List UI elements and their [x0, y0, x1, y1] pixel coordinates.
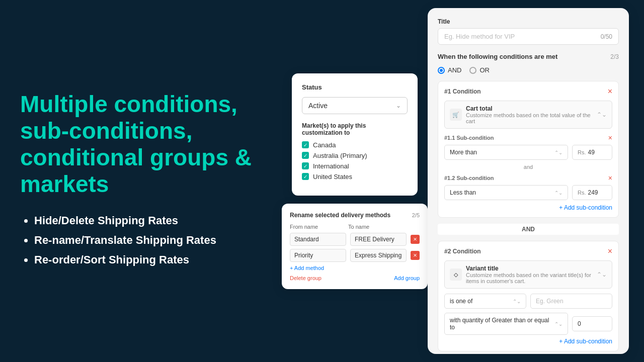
status-label: Status — [302, 83, 408, 91]
condition-2-header: #2 Condition × — [444, 247, 612, 255]
chevron-down-icon: ⌄ — [396, 102, 401, 109]
condition-1-info: Cart total Customize methods based on th… — [466, 105, 593, 124]
variant-value-input[interactable]: Eg. Green — [530, 294, 612, 309]
bullet-list: Hide/Delete Shipping Rates Re-name/Trans… — [20, 212, 262, 271]
and-main-divider: AND — [438, 224, 619, 235]
variant-icon: ◇ — [450, 268, 462, 281]
condition-1-header: #1 Condition × — [444, 87, 612, 96]
and-label: AND — [448, 66, 461, 74]
sub-1-2-label: #1.2 Sub-condition — [444, 175, 494, 181]
sub-1-1-header: #1.1 Sub-condition × — [444, 134, 612, 142]
add-sub-condition-2-button[interactable]: + Add sub-condition — [559, 338, 612, 345]
to-input-1[interactable]: FREE Delivery — [350, 233, 407, 246]
from-input-2[interactable]: Priority — [290, 249, 346, 262]
quantity-value-input[interactable]: 0 — [572, 316, 612, 331]
condition-2-name: Variant title — [466, 265, 593, 272]
is-one-of-row: is one of ⌃⌄ Eg. Green — [444, 294, 612, 309]
title-input-row: Eg. Hide method for VIP 0/50 — [438, 28, 619, 45]
bullet-2: Re-name/Translate Shipping Rates — [34, 231, 262, 249]
condition-2-delete-button[interactable]: × — [608, 247, 612, 255]
quantity-number: 0 — [578, 320, 581, 327]
title-input[interactable]: Eg. Hide method for VIP — [444, 33, 515, 40]
status-card: Status Active ⌄ Market(s) to apply this … — [292, 73, 418, 196]
sub-1-1-row: More than ⌃⌄ Rs. 49 — [444, 145, 612, 160]
sub-1-2-number: 249 — [588, 189, 598, 196]
condition-2-info: Variant title Customize methods based on… — [466, 265, 593, 284]
right-panel: Title Eg. Hide method for VIP 0/50 When … — [428, 8, 629, 354]
logic-radio-group: AND OR — [438, 66, 619, 74]
sub-condition-1-2: #1.2 Sub-condition × Less than ⌃⌄ Rs. 24… — [444, 174, 612, 200]
condition-2-chevron-icon: ⌃⌄ — [597, 271, 607, 278]
condition-1-desc: Customize methods based on the total val… — [466, 112, 593, 124]
market-name-canada: Canada — [313, 141, 336, 149]
with-quantity-value: with quantity of Greater than or equal t… — [450, 317, 552, 331]
conditions-title: When the following conditions are met — [438, 53, 557, 60]
variant-placeholder: Eg. Green — [536, 298, 564, 305]
title-section: Title Eg. Hide method for VIP 0/50 — [438, 18, 619, 45]
market-name-international: International — [313, 162, 349, 170]
markets-label: Market(s) to apply this customization to — [302, 122, 408, 136]
bullet-1: Hide/Delete Shipping Rates — [34, 212, 262, 229]
delete-group-link[interactable]: Delete group — [290, 275, 321, 281]
condition-2-number: #2 Condition — [444, 248, 481, 255]
to-input-2[interactable]: Express Shipping — [350, 249, 407, 262]
with-quantity-row: with quantity of Greater than or equal t… — [444, 313, 612, 335]
or-label: OR — [479, 66, 490, 74]
add-sub-condition-1-button[interactable]: + Add sub-condition — [559, 204, 612, 211]
market-canada: Canada — [302, 141, 408, 149]
market-international: International — [302, 162, 408, 170]
chevron-down-icon: ⌃⌄ — [554, 190, 562, 196]
condition-1-number: #1 Condition — [444, 88, 481, 95]
sub-1-1-delete-button[interactable]: × — [608, 134, 612, 142]
sub-1-2-value[interactable]: Rs. 249 — [572, 185, 612, 200]
with-quantity-select[interactable]: with quantity of Greater than or equal t… — [444, 313, 568, 335]
title-label: Title — [438, 18, 619, 25]
is-one-of-select[interactable]: is one of ⌃⌄ — [444, 294, 526, 309]
market-australia: Australia (Primary) — [302, 152, 408, 159]
chevron-down-icon: ⌃⌄ — [554, 321, 562, 327]
and-divider-inner: and — [444, 164, 612, 170]
rename-columns: From name To name — [290, 224, 420, 230]
market-checkbox-australia[interactable] — [302, 152, 309, 159]
and-radio[interactable]: AND — [438, 66, 461, 74]
market-checkbox-international[interactable] — [302, 162, 309, 169]
sub-1-1-number: 49 — [588, 149, 595, 156]
market-checkbox-us[interactable] — [302, 173, 309, 180]
rename-footer: Delete group Add group — [290, 275, 420, 281]
sub-1-2-operator[interactable]: Less than ⌃⌄ — [444, 185, 568, 200]
market-name-us: United States — [313, 173, 352, 180]
condition-1-name: Cart total — [466, 105, 593, 112]
market-checkbox-canada[interactable] — [302, 141, 309, 148]
condition-1-type-row[interactable]: 🛒 Cart total Customize methods based on … — [444, 101, 612, 129]
rename-card-title: Rename selected delivery methods — [290, 212, 390, 219]
status-dropdown[interactable]: Active ⌄ — [302, 97, 408, 114]
sub-1-1-operator[interactable]: More than ⌃⌄ — [444, 145, 568, 160]
add-group-link[interactable]: Add group — [394, 275, 420, 281]
add-method-link[interactable]: + Add method — [290, 265, 420, 271]
or-radio[interactable]: OR — [469, 66, 490, 74]
sub-1-1-value[interactable]: Rs. 49 — [572, 145, 612, 160]
chevron-down-icon: ⌃⌄ — [513, 299, 521, 304]
delete-row-2-button[interactable] — [411, 251, 420, 260]
rename-card: Rename selected delivery methods 2/5 Fro… — [282, 204, 428, 289]
from-input-1[interactable]: Standard — [290, 233, 346, 246]
condition-2-type-row[interactable]: ◇ Variant title Customize methods based … — [444, 260, 612, 289]
left-panel: Multiple conditions, sub-conditions, con… — [0, 0, 282, 362]
add-sub-condition-2-link: + Add sub-condition — [444, 338, 612, 345]
middle-panel: Status Active ⌄ Market(s) to apply this … — [282, 0, 428, 362]
and-radio-dot — [438, 67, 445, 74]
hero-title: Multiple conditions, sub-conditions, con… — [20, 91, 262, 198]
condition-1-delete-button[interactable]: × — [608, 87, 612, 96]
sub-1-1-operator-value: More than — [450, 149, 477, 156]
market-us: United States — [302, 173, 408, 180]
market-name-australia: Australia (Primary) — [313, 152, 367, 159]
sub-1-2-row: Less than ⌃⌄ Rs. 249 — [444, 185, 612, 200]
to-label: To name — [348, 224, 403, 230]
condition-1-block: #1 Condition × 🛒 Cart total Customize me… — [438, 81, 619, 218]
delete-row-1-button[interactable] — [411, 235, 420, 244]
conditions-count: 2/3 — [610, 53, 619, 60]
chevron-down-icon: ⌃⌄ — [554, 150, 562, 155]
char-count: 0/50 — [601, 33, 612, 40]
cart-icon: 🛒 — [450, 109, 462, 121]
sub-1-2-delete-button[interactable]: × — [608, 174, 612, 182]
